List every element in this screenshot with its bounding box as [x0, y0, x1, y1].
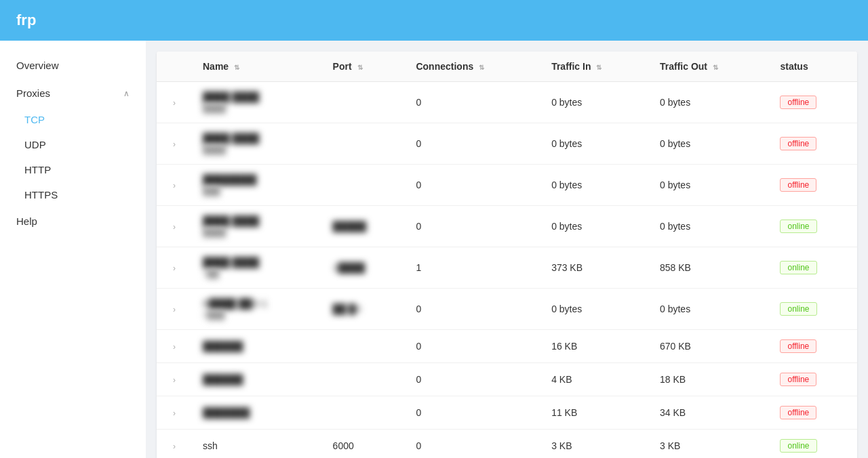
proxy-name-secondary: 3██ — [203, 269, 311, 278]
table-row: ›████ █████████████00 bytes0 bytesonline — [157, 206, 857, 247]
name-cell: ssh — [192, 430, 322, 459]
status-badge: offline — [780, 137, 816, 150]
traffic-out-cell: 3 KB — [649, 430, 769, 459]
traffic-in-cell: 4 KB — [540, 363, 649, 396]
expand-button[interactable]: › — [167, 220, 181, 234]
port-cell — [322, 123, 406, 165]
traffic-in-cell: 0 bytes — [540, 165, 649, 206]
proxy-name: ██████ — [203, 374, 311, 385]
connections-cell: 0 — [405, 396, 540, 430]
proxy-name: ssh — [203, 440, 311, 451]
status-cell: offline — [769, 363, 857, 396]
expand-button[interactable]: › — [167, 96, 181, 110]
status-cell: offline — [769, 396, 857, 430]
table-row: ›B████ ██D-18█████ █000 bytes0 bytesonli… — [157, 289, 857, 330]
sidebar-item-proxies-label: Proxies — [16, 87, 50, 99]
expand-button[interactable]: › — [167, 302, 181, 317]
proxy-name: B████ ██D-1 — [203, 298, 311, 309]
name-cell: ██████ — [192, 363, 322, 396]
expand-cell[interactable]: › — [157, 289, 192, 330]
status-cell: online — [769, 430, 857, 459]
expand-cell[interactable]: › — [157, 330, 192, 363]
traffic-out-cell: 18 KB — [649, 363, 769, 396]
sort-name-icon: ⇅ — [234, 64, 239, 71]
expand-cell[interactable]: › — [157, 396, 192, 430]
port-cell: █████ — [322, 206, 406, 247]
sidebar-item-tcp[interactable]: TCP — [0, 107, 146, 132]
traffic-out-cell: 0 bytes — [649, 206, 769, 247]
traffic-out-cell: 0 bytes — [649, 123, 769, 165]
expand-button[interactable]: › — [167, 137, 181, 152]
col-connections[interactable]: Connections ⇅ — [405, 51, 540, 82]
expand-cell[interactable]: › — [157, 430, 192, 459]
connections-cell: 0 — [405, 123, 540, 165]
status-badge: offline — [780, 96, 816, 109]
expand-cell[interactable]: › — [157, 123, 192, 165]
col-port[interactable]: Port ⇅ — [322, 51, 406, 82]
name-cell: ██████ — [192, 330, 322, 363]
expand-cell[interactable]: › — [157, 247, 192, 289]
col-name[interactable]: Name ⇅ — [192, 51, 322, 82]
sidebar-item-overview[interactable]: Overview — [0, 51, 146, 79]
table-header: Name ⇅ Port ⇅ Connections ⇅ Traffic In ⇅ — [157, 51, 857, 82]
name-cell: ████ ████████ — [192, 82, 322, 123]
port-cell — [322, 363, 406, 396]
expand-button[interactable]: › — [167, 439, 181, 454]
col-expand — [157, 51, 192, 82]
traffic-in-cell: 0 bytes — [540, 123, 649, 165]
status-cell: offline — [769, 82, 857, 123]
sidebar-item-help[interactable]: Help — [0, 207, 146, 235]
table-row: ›ssh600003 KB3 KBonline — [157, 430, 857, 459]
port-cell: ██ █0 — [322, 289, 406, 330]
col-status: status — [769, 51, 857, 82]
traffic-in-cell: 11 KB — [540, 396, 649, 430]
sidebar-item-http[interactable]: HTTP — [0, 157, 146, 182]
sort-traffic-out-icon: ⇅ — [713, 64, 718, 71]
port-cell: 1████ — [322, 247, 406, 289]
expand-cell[interactable]: › — [157, 363, 192, 396]
status-cell: offline — [769, 330, 857, 363]
connections-cell: 0 — [405, 289, 540, 330]
status-badge: offline — [780, 406, 816, 419]
proxy-name: ████ ████ — [203, 91, 311, 102]
expand-cell[interactable]: › — [157, 206, 192, 247]
proxy-port: ██ █0 — [333, 304, 361, 314]
connections-cell: 0 — [405, 206, 540, 247]
sidebar-item-udp[interactable]: UDP — [0, 132, 146, 157]
table-row: ›███████████00 bytes0 bytesoffline — [157, 165, 857, 206]
expand-button[interactable]: › — [167, 261, 181, 276]
proxy-name-secondary: ████ — [203, 104, 311, 113]
expand-button[interactable]: › — [167, 178, 181, 193]
name-cell: ███████████ — [192, 165, 322, 206]
col-traffic-in[interactable]: Traffic In ⇅ — [540, 51, 649, 82]
main-layout: Overview Proxies ∧ TCP UDP HTTP HTTPS He… — [0, 41, 868, 458]
name-cell: B████ ██D-18███ — [192, 289, 322, 330]
sidebar-item-https[interactable]: HTTPS — [0, 182, 146, 207]
connections-cell: 0 — [405, 165, 540, 206]
traffic-in-cell: 16 KB — [540, 330, 649, 363]
chevron-up-icon: ∧ — [123, 89, 130, 98]
status-badge: online — [780, 302, 816, 316]
proxy-name: ███████ — [203, 407, 311, 418]
sidebar-tcp-label: TCP — [24, 114, 45, 125]
traffic-in-cell: 0 bytes — [540, 82, 649, 123]
expand-button[interactable]: › — [167, 339, 181, 354]
status-badge: offline — [780, 373, 816, 386]
sidebar-item-proxies[interactable]: Proxies ∧ — [0, 79, 146, 107]
proxy-name: ██████ — [203, 341, 311, 352]
expand-button[interactable]: › — [167, 373, 181, 388]
status-cell: online — [769, 247, 857, 289]
proxy-name-secondary: ████ — [203, 145, 311, 154]
expand-button[interactable]: › — [167, 406, 181, 421]
connections-cell: 0 — [405, 430, 540, 459]
sidebar-http-label: HTTP — [24, 164, 51, 175]
expand-cell[interactable]: › — [157, 165, 192, 206]
col-traffic-out[interactable]: Traffic Out ⇅ — [649, 51, 769, 82]
proxy-name: ████████ — [203, 174, 311, 185]
port-cell — [322, 396, 406, 430]
sidebar-udp-label: UDP — [24, 139, 46, 150]
proxy-port: 6000 — [333, 440, 354, 451]
traffic-in-cell: 0 bytes — [540, 289, 649, 330]
proxy-name-secondary: 8███ — [203, 310, 311, 320]
expand-cell[interactable]: › — [157, 82, 192, 123]
